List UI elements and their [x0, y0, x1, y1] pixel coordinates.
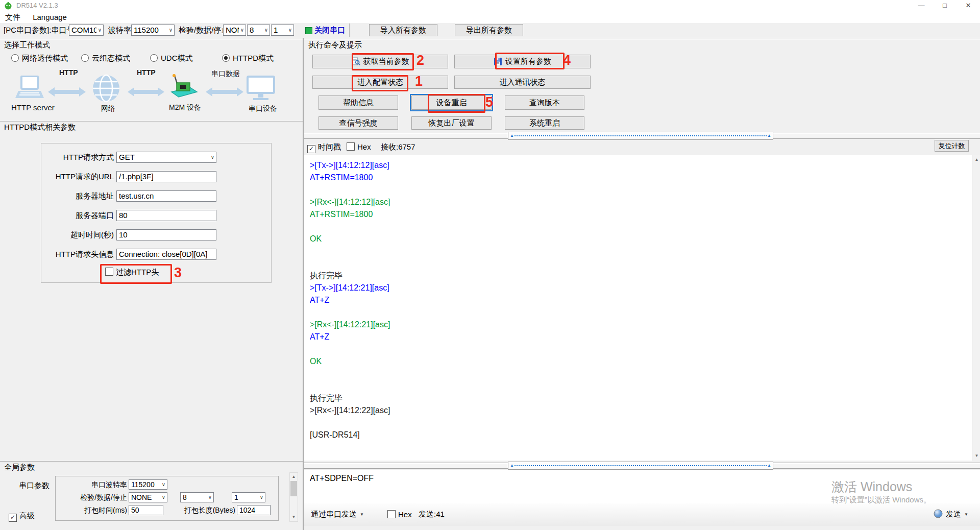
app-logo-icon: [4, 2, 12, 10]
slider-right-icon[interactable]: ▲: [767, 133, 771, 138]
send-button[interactable]: 发送▼: [946, 510, 968, 519]
scroll-down-icon[interactable]: ▼: [290, 514, 298, 521]
laptop-icon: [14, 76, 44, 102]
gp-packtime-input[interactable]: 50: [129, 505, 163, 515]
query-signal-button[interactable]: 查信号强度: [318, 116, 398, 130]
close-serial-button[interactable]: 关闭串口: [314, 25, 345, 36]
windows-activation-watermark: 激活 Windows 转到“设置”以激活 Windows。: [831, 479, 931, 505]
com-port-select[interactable]: COM10∨: [69, 25, 104, 36]
http-url-label: HTTP请求的URL: [41, 171, 114, 182]
log-line: [304, 343, 972, 355]
scrollbar-track[interactable]: ▲ ▲: [508, 462, 773, 470]
databits-select[interactable]: 8∨: [247, 25, 270, 36]
http-header-label: HTTP请求头信息: [41, 249, 114, 260]
log-line: >[Rx<-][14:12:21][asc]: [304, 319, 972, 331]
send-input[interactable]: AT+SDPEN=OFF: [310, 474, 374, 483]
radio-icon: [11, 54, 19, 62]
reset-counter-button[interactable]: 复位计数: [935, 140, 969, 152]
m2m-device-icon: [167, 74, 199, 103]
scrollbar-thumb[interactable]: [290, 481, 297, 496]
gp-baud-select[interactable]: 115200∨: [129, 479, 167, 490]
minimize-button[interactable]: —: [910, 0, 933, 11]
annotation-box-1: [352, 75, 408, 91]
chevron-down-icon: ∨: [208, 493, 212, 502]
log-top-scrollbar[interactable]: ▲ ▲: [304, 133, 980, 139]
arrow-icon: [128, 87, 164, 97]
export-params-button[interactable]: 导出所有参数: [455, 24, 523, 36]
parity-select[interactable]: NONI∨: [223, 25, 246, 36]
diagram-link-label: 串口数据: [211, 69, 240, 79]
log-line: >[Rx<-][14:12:12][asc]: [304, 196, 972, 208]
log-line: [304, 184, 972, 196]
gp-packtime-label: 打包时间(ms): [76, 505, 127, 515]
chevron-down-icon: ∨: [260, 493, 263, 502]
chevron-down-icon: ∨: [169, 25, 173, 35]
checkbox-checked-icon: ✓: [9, 514, 17, 522]
slider-right-icon[interactable]: ▲: [767, 463, 771, 468]
log-output[interactable]: >[Tx->][14:12:12][asc]AT+RSTIM=1800 >[Rx…: [304, 155, 972, 461]
app-window: DR514 V2.1.3 — □ ✕ 文件 Language [PC串口参数]:…: [0, 0, 980, 530]
menu-bar: 文件 Language: [0, 11, 980, 23]
query-version-button[interactable]: 查询版本: [505, 95, 584, 110]
log-hex-checkbox[interactable]: Hex: [347, 142, 371, 152]
log-line: >[Rx<-][14:12:22][asc]: [304, 404, 972, 417]
left-scrollbar[interactable]: ▲ ▼: [289, 472, 298, 522]
help-info-button[interactable]: 帮助信息: [318, 95, 398, 110]
advanced-checkbox[interactable]: ✓高级: [9, 511, 35, 521]
timestamp-checkbox[interactable]: ✓时间戳: [307, 142, 341, 152]
log-line: [304, 257, 972, 270]
chevron-down-icon: ∨: [162, 480, 165, 489]
server-port-label: 服务器端口: [41, 210, 114, 221]
scrollbar-track[interactable]: ▲ ▲: [508, 132, 773, 140]
diagram-link-label: HTTP: [59, 68, 78, 77]
watermark-line1: 激活 Windows: [831, 479, 931, 494]
radio-udc-mode[interactable]: UDC模式: [150, 53, 193, 63]
scroll-up-icon[interactable]: ▲: [973, 156, 980, 163]
gp-parity-select[interactable]: NONE∨: [129, 492, 167, 502]
log-line: [304, 380, 972, 392]
maximize-button[interactable]: □: [933, 0, 957, 11]
gp-stopbits-select[interactable]: 1∨: [232, 492, 265, 502]
chevron-down-icon: ∨: [162, 493, 165, 502]
checkbox-unchecked-icon: [347, 142, 355, 151]
sent-counter: 发送:41: [419, 510, 445, 519]
server-address-input[interactable]: test.usr.cn: [116, 190, 216, 202]
log-line: AT+RSTIM=1800: [304, 208, 972, 221]
slider-left-icon[interactable]: ▲: [510, 133, 514, 138]
send-via-serial-dropdown[interactable]: 通过串口发送▼: [311, 510, 364, 519]
radio-net-passthrough[interactable]: 网络透传模式: [11, 53, 68, 63]
slider-left-icon[interactable]: ▲: [510, 463, 514, 468]
scroll-up-icon[interactable]: ▲: [290, 473, 298, 480]
log-vscrollbar[interactable]: ▲ ▼: [972, 155, 980, 461]
gp-packlen-input[interactable]: 1024: [237, 505, 271, 515]
menu-language[interactable]: Language: [28, 11, 72, 23]
gp-databits-select[interactable]: 8∨: [180, 492, 214, 502]
title-bar: DR514 V2.1.3 — □ ✕: [0, 0, 980, 11]
stopbits-select[interactable]: 1∨: [271, 25, 294, 36]
menu-file[interactable]: 文件: [0, 11, 26, 23]
close-button[interactable]: ✕: [957, 0, 980, 11]
log-line: AT+Z: [304, 331, 972, 343]
factory-reset-button[interactable]: 恢复出厂设置: [411, 116, 492, 130]
log-line: AT+Z: [304, 294, 972, 306]
http-header-input[interactable]: Connection: close[0D][0A]: [116, 249, 216, 260]
system-restart-button[interactable]: 系统重启: [505, 116, 584, 130]
server-port-input[interactable]: 80: [116, 210, 216, 221]
timeout-input[interactable]: 10: [116, 229, 216, 240]
pc-serial-label: [PC串口参数]:串口号: [4, 25, 74, 36]
http-method-select[interactable]: GET∨: [116, 152, 216, 163]
log-bottom-scrollbar[interactable]: ▲ ▲: [304, 463, 980, 469]
scroll-down-icon[interactable]: ▼: [973, 452, 980, 460]
annotation-number-3: 3: [174, 266, 182, 280]
server-address-label: 服务器地址: [41, 190, 114, 202]
send-hex-checkbox[interactable]: Hex: [387, 510, 412, 520]
baud-select[interactable]: 115200∨: [131, 25, 175, 36]
radio-icon: [150, 54, 158, 62]
enter-comm-state-button[interactable]: 进入通讯状态: [454, 76, 591, 89]
http-url-input[interactable]: /1.php[3F]: [116, 171, 216, 182]
serial-toolbar: [PC串口参数]:串口号 COM10∨ 波特率 115200∨ 检验/数据/停止…: [0, 23, 980, 38]
diagram-node-label: 网络: [101, 104, 115, 113]
radio-cloud-config[interactable]: 云组态模式: [81, 53, 130, 63]
radio-httpd-mode[interactable]: HTTPD模式: [222, 53, 274, 63]
import-params-button[interactable]: 导入所有参数: [369, 24, 437, 36]
